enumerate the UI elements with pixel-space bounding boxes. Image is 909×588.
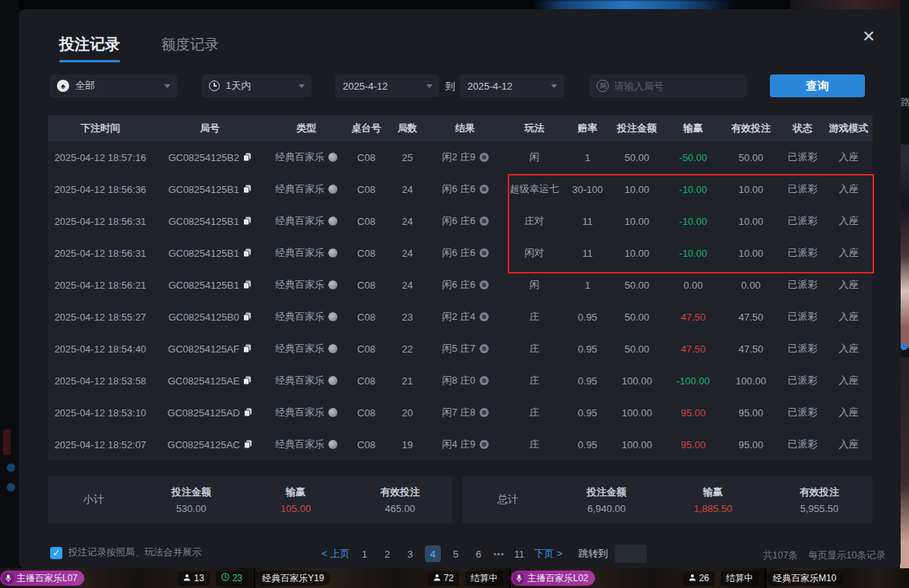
copy-icon[interactable] [243,376,252,385]
total-label: 总计 [462,493,553,507]
cell-bet-time: 2025-04-12 18:54:40 [48,333,153,365]
table-row[interactable]: 2025-04-12 18:57:16 GC08254125B2 经典百家乐 C… [48,141,873,173]
page-button-2[interactable]: 2 [379,545,395,562]
game-logo-icon [328,248,337,258]
pagination-ellipsis[interactable]: ••• [493,549,505,558]
column-header: 游戏模式 [825,115,873,141]
date-to-picker[interactable]: 2025-4-12 [460,74,564,97]
cell-win-loss: -10.00 [665,237,721,269]
copy-icon[interactable] [243,344,252,353]
cell-table-no: C08 [346,333,387,365]
stream-title[interactable]: 主播百家乐L02 [511,571,595,586]
subtotal-valid-bet: 有效投注 465.00 [348,485,452,514]
stream-panel-1[interactable]: 主播百家乐L071323 [0,568,254,588]
copy-icon[interactable] [244,440,252,449]
date-from-picker[interactable]: 2025-4-12 [335,74,439,97]
copy-icon[interactable] [243,248,252,258]
table-row[interactable]: 2025-04-12 18:53:58 GC08254125AE 经典百家乐 C… [48,365,873,397]
cell-table-no: C08 [346,365,387,397]
round-id-search-field[interactable]: 局 [589,74,747,97]
column-header: 类型 [267,115,346,141]
stream-panel-3[interactable]: 主播百家乐L0226结算中 [511,568,765,588]
table-row[interactable]: 2025-04-12 18:52:07 GC08254125AC 经典百家乐 C… [48,428,873,460]
table-row[interactable]: 2025-04-12 18:54:40 GC08254125AF 经典百家乐 C… [48,333,873,365]
copy-icon[interactable] [243,185,252,194]
page-size-label: 每页显示10条记录 [809,549,885,562]
column-header: 桌台号 [346,115,387,141]
person-icon [689,573,696,583]
page-button-3[interactable]: 3 [402,545,418,562]
cell-status: 已派彩 [781,173,825,205]
cell-table-no: C08 [346,301,387,333]
page-button-11[interactable]: 11 [512,545,527,562]
result-info-icon[interactable] [480,185,489,194]
column-header: 局号 [153,115,267,141]
cell-round-count: 23 [387,301,428,333]
stream-title[interactable]: 主播百家乐L07 [0,571,84,586]
result-info-icon[interactable] [480,376,489,385]
cell-play-type: 庄 [502,301,566,333]
merge-checkbox[interactable]: ✓ [50,547,62,559]
cell-game-type: 经典百家乐 [267,301,346,333]
page-button-6[interactable]: 6 [470,545,486,562]
cell-round-id: GC08254125AC [153,428,267,460]
cell-bet-amount: 50.00 [609,269,665,301]
cell-status: 已派彩 [781,205,825,237]
prev-page-button[interactable]: < 上页 [321,547,350,561]
copy-icon[interactable] [243,312,252,321]
total-count-label: 共107条 [763,549,798,562]
table-row[interactable]: 2025-04-12 18:56:21 GC08254125B1 经典百家乐 C… [48,269,873,301]
close-icon[interactable]: ✕ [858,26,879,47]
cell-game-type: 经典百家乐 [267,333,346,365]
time-range-dropdown[interactable]: 1天内 [201,74,312,97]
cell-status: 已派彩 [781,237,825,269]
stream-title[interactable]: 经典百家乐Y19 [255,571,331,586]
stream-panel-4[interactable]: 经典百家乐M10 [766,568,909,588]
cell-game-type: 经典百家乐 [267,428,346,460]
cell-play-type: 闲 [502,269,566,301]
cell-round-id: GC08254125AF [153,333,267,365]
result-info-icon[interactable] [480,408,489,417]
result-info-icon[interactable] [480,217,489,226]
total-valid-bet: 有效投注 5,955.50 [766,485,873,514]
copy-icon[interactable] [243,280,252,289]
tab-bet-records[interactable]: 投注记录 [59,34,120,62]
cell-status: 已派彩 [781,333,825,365]
cell-result: 闲5 庄7 [428,333,502,365]
table-row[interactable]: 2025-04-12 18:56:36 GC08254125B1 经典百家乐 C… [48,173,873,205]
tab-quota-records[interactable]: 额度记录 [161,35,219,62]
jump-to-page-input[interactable] [615,545,647,563]
table-row[interactable]: 2025-04-12 18:53:10 GC08254125AD 经典百家乐 C… [48,397,873,428]
result-info-icon[interactable] [480,153,489,162]
round-id-input[interactable] [614,81,728,92]
cell-game-mode: 入座 [825,141,873,173]
cell-odds: 11 [566,237,609,269]
cell-odds: 11 [566,205,609,237]
spade-chip-icon: ♠ [57,80,69,92]
page-button-5[interactable]: 5 [448,545,464,562]
cell-round-id: GC08254125AD [153,397,267,428]
cell-odds: 0.95 [566,333,609,365]
next-page-button[interactable]: 下页 > [534,547,562,561]
table-row[interactable]: 2025-04-12 18:56:31 GC08254125B1 经典百家乐 C… [48,205,873,237]
copy-icon[interactable] [243,217,252,226]
game-type-dropdown[interactable]: ♠ 全部 [49,74,177,97]
table-row[interactable]: 2025-04-12 18:55:27 GC08254125B0 经典百家乐 C… [48,301,873,333]
copy-icon[interactable] [244,408,252,417]
result-info-icon[interactable] [480,280,489,289]
stream-panel-2[interactable]: 经典百家乐Y1972结算中 [255,568,509,588]
merge-display-option: ✓ 投注记录按照局、玩法合并展示 [50,546,201,559]
query-button[interactable]: 查询 [770,74,865,97]
result-info-icon[interactable] [480,248,489,258]
result-info-icon[interactable] [480,344,489,353]
result-info-icon[interactable] [480,312,489,321]
stream-title[interactable]: 经典百家乐M10 [766,571,843,586]
cell-valid-bet: 100.00 [721,365,781,397]
result-info-icon[interactable] [480,440,489,449]
copy-icon[interactable] [243,153,252,162]
table-row[interactable]: 2025-04-12 18:56:31 GC08254125B1 经典百家乐 C… [48,237,873,269]
page-button-4[interactable]: 4 [425,545,441,562]
game-logo-icon [328,312,337,321]
page-button-1[interactable]: 1 [356,545,372,562]
background-blue-dot [7,463,15,472]
